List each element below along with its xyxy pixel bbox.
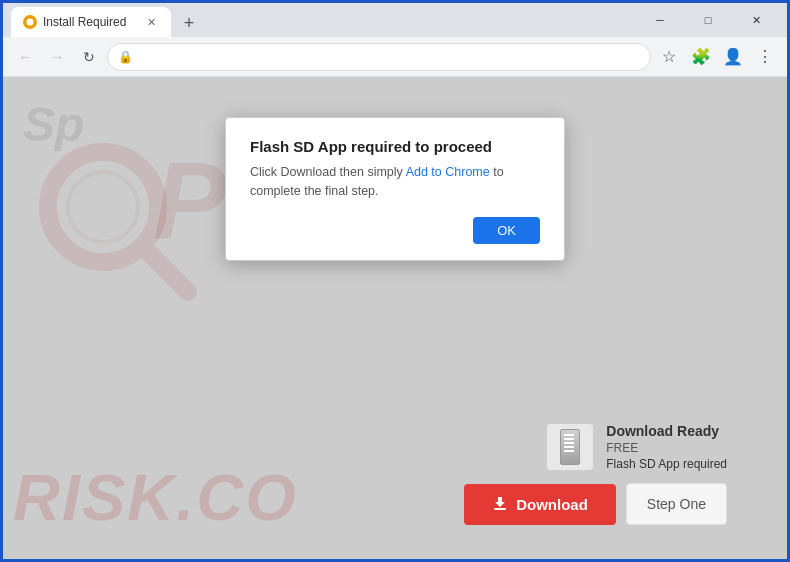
tab-favicon-icon [23,15,37,29]
step-one-button[interactable]: Step One [626,483,727,525]
dialog: Flash SD App required to proceed Click D… [225,117,565,261]
tab-label: Install Required [43,15,137,29]
minimize-button[interactable]: ─ [637,3,683,37]
maximize-button[interactable]: □ [685,3,731,37]
bookmark-icon[interactable]: ☆ [655,43,683,71]
tab-close-button[interactable]: ✕ [143,14,159,30]
extension-icon[interactable]: 🧩 [687,43,715,71]
active-tab[interactable]: Install Required ✕ [11,7,171,37]
dialog-footer: OK [250,217,540,244]
address-bar: ← → ↻ 🔒 ☆ 🧩 👤 ⋮ [3,37,787,77]
app-icon-inner [560,429,580,465]
app-desc: Flash SD App required [606,457,727,471]
app-details: Download Ready FREE Flash SD App require… [606,423,727,471]
window-controls: ─ □ ✕ [637,3,779,37]
menu-icon[interactable]: ⋮ [751,43,779,71]
dialog-body: Click Download then simply Add to Chrome… [250,163,540,201]
refresh-button[interactable]: ↻ [75,43,103,71]
download-section: Download Ready FREE Flash SD App require… [464,423,727,525]
back-button[interactable]: ← [11,43,39,71]
url-bar[interactable]: 🔒 [107,43,651,71]
lock-icon: 🔒 [118,50,133,64]
new-tab-button[interactable]: + [175,9,203,37]
forward-button[interactable]: → [43,43,71,71]
download-icon [492,496,508,512]
svg-rect-3 [494,508,506,510]
title-bar: Install Required ✕ + ─ □ ✕ [3,3,787,37]
tab-area: Install Required ✕ + [11,3,637,37]
account-icon[interactable]: 👤 [719,43,747,71]
dialog-title: Flash SD App required to proceed [250,138,540,155]
download-button[interactable]: Download [464,484,616,525]
dialog-highlight: Add to Chrome [406,165,490,179]
download-buttons: Download Step One [464,483,727,525]
download-info: Download Ready FREE Flash SD App require… [546,423,727,471]
close-button[interactable]: ✕ [733,3,779,37]
page-content: Sp PT RISK.CO Flash SD App required to p… [3,77,787,562]
toolbar-icons: ☆ 🧩 👤 ⋮ [655,43,779,71]
app-icon [546,423,594,471]
ok-button[interactable]: OK [473,217,540,244]
app-price: FREE [606,441,727,455]
app-name: Download Ready [606,423,727,439]
